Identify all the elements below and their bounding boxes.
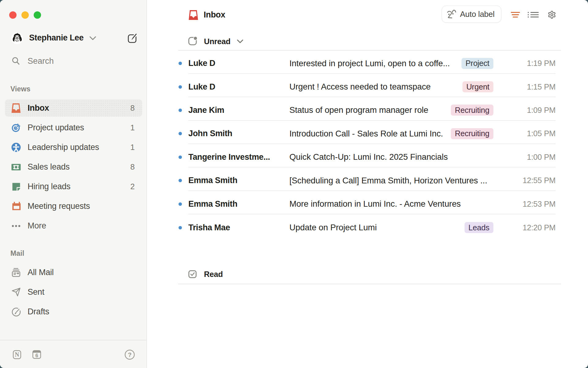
svg-text:?: ?	[128, 351, 131, 358]
svg-text:6: 6	[35, 353, 38, 358]
svg-text:N: N	[15, 351, 19, 358]
